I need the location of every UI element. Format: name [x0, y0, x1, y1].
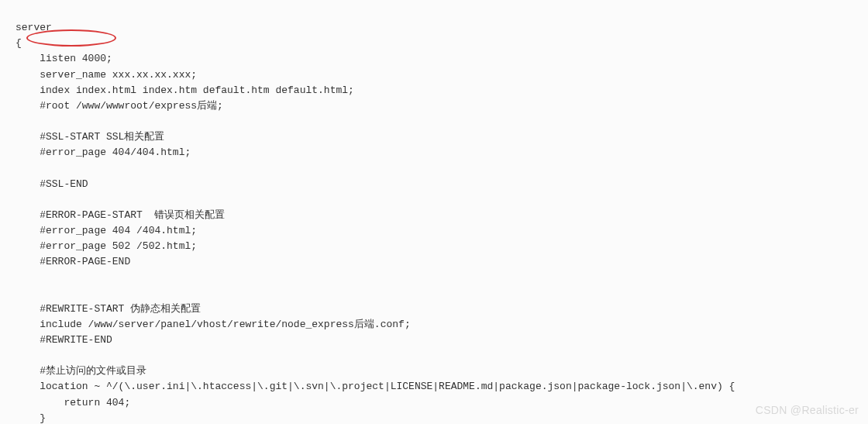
code-line: include /www/server/panel/vhost/rewrite/… [16, 319, 411, 330]
code-line: #ERROR-PAGE-START 错误页相关配置 [16, 209, 225, 221]
code-line: #error_page 404/404.html; [16, 147, 191, 158]
code-line: } [16, 412, 46, 424]
code-line: #error_page 404 /404.html; [16, 225, 197, 236]
code-line: #REWRITE-END [16, 334, 112, 346]
code-line: listen 4000; [16, 53, 112, 64]
code-line: #禁止访问的文件或目录 [16, 365, 146, 377]
code-line: #SSL-END [16, 178, 88, 190]
code-line: #error_page 502 /502.html; [16, 240, 197, 252]
code-line: #ERROR-PAGE-END [16, 256, 130, 267]
code-line: #SSL-START SSL相关配置 [16, 131, 164, 143]
code-line: server_name xxx.xx.xx.xxx; [16, 69, 197, 81]
code-line: { [16, 37, 22, 49]
code-line: index index.html index.htm default.htm d… [16, 84, 354, 96]
nginx-config-code: server { listen 4000; server_name xxx.xx… [16, 5, 868, 424]
code-line: #root /www/wwwroot/express后端; [16, 100, 223, 112]
code-line: return 404; [16, 397, 130, 408]
code-line: server [16, 22, 52, 33]
code-line: #REWRITE-START 伪静态相关配置 [16, 303, 201, 315]
code-line: location ~ ^/(\.user.ini|\.htaccess|\.gi… [16, 381, 735, 392]
